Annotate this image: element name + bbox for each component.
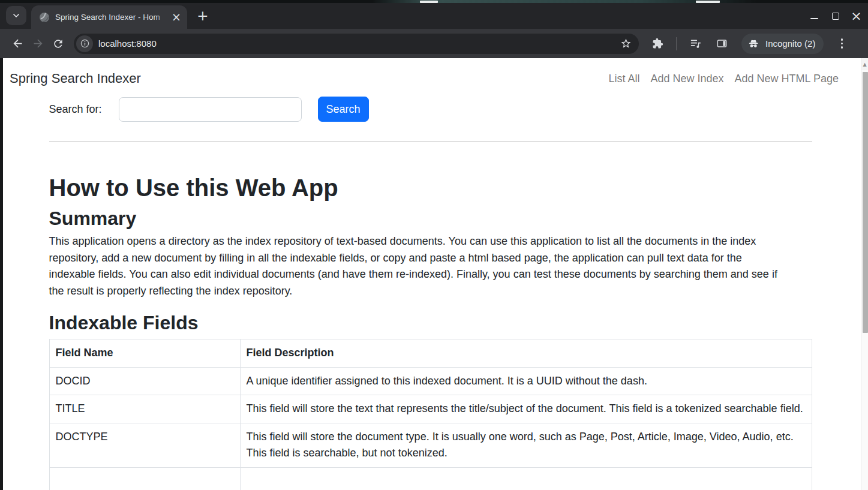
forward-arrow-icon <box>32 37 44 50</box>
toolbar-right-group: Incognito (2) <box>647 34 849 54</box>
nav-link-list-all[interactable]: List All <box>603 73 645 85</box>
extensions-button[interactable] <box>647 34 668 54</box>
minimize-icon <box>810 18 818 19</box>
summary-line: indexable fields. You can also edit indi… <box>49 266 812 283</box>
window-maximize-button[interactable] <box>831 11 840 20</box>
indexable-fields-heading: Indexable Fields <box>49 311 812 334</box>
scrollbar-thumb[interactable] <box>863 72 868 333</box>
table-row: DOCTYPE This field will store the docume… <box>49 423 812 467</box>
window-left-edge <box>0 58 3 490</box>
column-header-field-description: Field Description <box>240 339 812 368</box>
table-header-row: Field Name Field Description <box>49 339 812 368</box>
incognito-label: Incognito (2) <box>765 38 815 49</box>
star-icon <box>620 38 632 49</box>
cell-field-description: A unique identifier assigned to this ind… <box>240 367 812 395</box>
search-input[interactable] <box>119 97 302 122</box>
dot <box>841 43 843 45</box>
nav-link-add-new-html-page[interactable]: Add New HTML Page <box>729 73 844 85</box>
divider <box>49 141 812 142</box>
cell-field-description: This field will store the document type.… <box>240 423 812 467</box>
cell-field-name: DOCID <box>49 367 240 395</box>
browser-tab-active[interactable]: Spring Search Indexer - Hom × <box>31 5 187 29</box>
indexable-fields-table: Field Name Field Description DOCID A uni… <box>49 339 812 490</box>
site-info-button[interactable] <box>76 35 93 52</box>
media-playlist-icon <box>690 38 701 49</box>
maximize-icon <box>832 13 839 20</box>
table-row-partial <box>49 467 812 490</box>
tab-title: Spring Search Indexer - Hom <box>55 12 170 23</box>
puzzle-icon <box>652 38 663 49</box>
summary-line: repository, add a new document by fillin… <box>49 250 812 267</box>
reload-icon <box>52 38 64 50</box>
reload-button[interactable] <box>48 34 68 54</box>
summary-heading: Summary <box>49 207 812 230</box>
browser-toolbar: localhost:8080 <box>0 29 868 58</box>
incognito-badge[interactable]: Incognito (2) <box>741 34 824 54</box>
info-icon <box>80 38 90 49</box>
media-controls-button[interactable] <box>685 34 705 54</box>
cell-field-description: This field will store the text that repr… <box>240 395 812 423</box>
side-panel-button[interactable] <box>711 34 732 54</box>
side-panel-icon <box>716 38 728 49</box>
browser-menu-button[interactable] <box>834 37 849 51</box>
window-minimize-button[interactable] <box>810 11 819 20</box>
bookmark-button[interactable] <box>618 37 633 51</box>
new-tab-button[interactable]: + <box>194 8 211 25</box>
site-nav: List All Add New Index Add New HTML Page <box>603 73 844 85</box>
scrollbar-up-arrow[interactable]: ▲ <box>861 58 868 70</box>
search-form: Search for: Search <box>49 97 812 122</box>
cell-field-name <box>49 467 240 490</box>
close-icon: × <box>851 11 861 20</box>
column-header-field-name: Field Name <box>49 339 240 368</box>
nav-link-add-new-index[interactable]: Add New Index <box>645 73 729 85</box>
incognito-icon <box>748 38 760 49</box>
chevron-down-icon <box>11 11 21 20</box>
tab-close-button[interactable]: × <box>170 11 182 23</box>
web-page-viewport: Spring Search Indexer List All Add New I… <box>0 58 861 490</box>
back-button[interactable] <box>7 34 28 54</box>
dot <box>841 46 843 49</box>
address-bar[interactable]: localhost:8080 <box>74 34 639 54</box>
summary-paragraph: This application opens a directory as th… <box>49 233 812 299</box>
cell-field-name: TITLE <box>49 395 240 423</box>
tab-search-button[interactable] <box>6 6 26 25</box>
page-scrollbar[interactable]: ▲ <box>861 58 868 490</box>
table-row: TITLE This field will store the text tha… <box>49 395 812 423</box>
search-label: Search for: <box>49 103 119 116</box>
cell-field-description <box>240 467 812 490</box>
search-button[interactable]: Search <box>318 97 369 122</box>
url-text[interactable]: localhost:8080 <box>98 38 618 49</box>
site-navbar: Spring Search Indexer List All Add New I… <box>0 58 861 94</box>
site-brand[interactable]: Spring Search Indexer <box>10 71 141 86</box>
page-title: How to Use this Web App <box>49 173 812 202</box>
window-close-button[interactable]: × <box>852 11 861 20</box>
summary-line: This application opens a directory as th… <box>49 233 812 250</box>
browser-tab-strip: Spring Search Indexer - Hom × + × <box>0 3 868 29</box>
window-controls: × <box>810 3 861 29</box>
forward-button[interactable] <box>28 34 48 54</box>
dot <box>841 38 843 41</box>
table-row: DOCID A unique identifier assigned to th… <box>49 367 812 395</box>
cell-field-name: DOCTYPE <box>49 423 240 467</box>
toolbar-separator <box>676 37 677 50</box>
back-arrow-icon <box>11 37 24 50</box>
summary-line: the result is properly reflecting the in… <box>49 283 812 300</box>
site-favicon-icon <box>39 12 50 23</box>
